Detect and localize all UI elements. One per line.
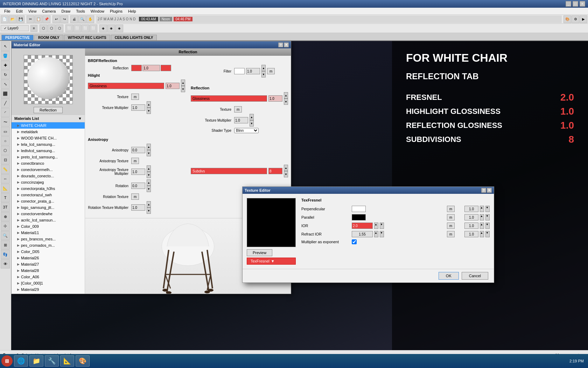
- rot-mult-input[interactable]: [131, 204, 145, 211]
- mat-item-pes-brancos[interactable]: ▶ pes_brancos_mes...: [12, 236, 85, 242]
- tex-ior-num-up[interactable]: ▲: [480, 223, 484, 229]
- tool-circle[interactable]: ○: [1, 136, 10, 145]
- mat-item-color009[interactable]: ▶ Color_009: [12, 223, 85, 230]
- menu-help[interactable]: Help: [125, 8, 139, 14]
- aniso-mult-down[interactable]: ▼: [147, 172, 151, 178]
- tool-look[interactable]: 👁: [1, 259, 10, 268]
- tb-comp-1[interactable]: ⬡: [40, 25, 47, 32]
- window-controls[interactable]: _ □ ✕: [566, 1, 585, 7]
- taskbar-app3[interactable]: 🎨: [76, 355, 90, 367]
- menu-file[interactable]: File: [1, 8, 13, 14]
- tex-refract-m-btn[interactable]: m: [447, 231, 455, 237]
- menu-view[interactable]: View: [26, 8, 40, 14]
- tex-perp-down[interactable]: ▼: [485, 206, 490, 212]
- hilight-mult-down[interactable]: ▼: [147, 108, 151, 114]
- tex-refract-input[interactable]: [352, 231, 373, 237]
- aniso-texture-m-btn[interactable]: m: [131, 158, 139, 164]
- menu-plugins[interactable]: Plugins: [107, 8, 125, 14]
- viewport[interactable]: FOR WHITE CHAIR REFLECTION TAB FRESNEL 2…: [11, 41, 588, 359]
- ok-button[interactable]: OK: [439, 272, 459, 280]
- start-button[interactable]: ⊞: [1, 355, 13, 367]
- tb-view-4[interactable]: ⬜: [90, 25, 97, 32]
- rot-mult-up[interactable]: ▲: [147, 201, 151, 207]
- tab-perspective[interactable]: PERSPECTIVE: [1, 35, 34, 40]
- refl-texture-m-btn[interactable]: m: [234, 106, 242, 113]
- mat-item-conectorverde[interactable]: ▶ conectorverdewhe: [12, 211, 85, 217]
- tb-comp-2[interactable]: ⬡: [48, 25, 55, 32]
- mat-item-pes-crom[interactable]: ▶ pes_cromados_m...: [12, 242, 85, 248]
- mat-editor-help[interactable]: ?: [278, 42, 283, 47]
- close-btn[interactable]: ✕: [580, 1, 585, 7]
- mat-item-concc[interactable]: ▶ conccinzajwg: [12, 179, 85, 185]
- tb-view-3[interactable]: ⬜: [82, 25, 89, 32]
- tool-rotate[interactable]: ↻: [1, 70, 10, 79]
- tool-pan2[interactable]: ☩: [1, 222, 10, 231]
- mat-item-tela[interactable]: ▶ tela_lcd_samsung...: [12, 141, 85, 148]
- tool-dimension[interactable]: ↔: [1, 174, 10, 183]
- tex-ior-up[interactable]: ▲: [374, 223, 378, 229]
- tool-offset[interactable]: ⊡: [1, 155, 10, 164]
- tex-fresnel-btn[interactable]: TexFresnel ▼: [247, 258, 296, 265]
- refl-tex-mult-input[interactable]: [234, 117, 248, 123]
- tex-ior-num[interactable]: [464, 223, 478, 229]
- tool-paint[interactable]: 🪣: [1, 51, 10, 60]
- mat-item-mat11[interactable]: ▶ Material11: [12, 230, 85, 236]
- tool-walk[interactable]: 👣: [1, 250, 10, 259]
- tab-without-rec-lights[interactable]: WITHOUT REC LIGHTS: [64, 35, 110, 40]
- rotation-up[interactable]: ▲: [147, 179, 151, 186]
- tool-tape[interactable]: 📏: [1, 165, 10, 174]
- tb-paste[interactable]: 📌: [43, 15, 50, 23]
- hilight-texture-m-btn[interactable]: m: [131, 94, 139, 100]
- rotation-down[interactable]: ▼: [147, 186, 151, 192]
- mat-item-preto[interactable]: ▶ preto_lcd_samsung...: [12, 154, 85, 160]
- taskbar-ie[interactable]: 🌐: [14, 355, 28, 367]
- mat-item-metaldark[interactable]: ▶ metaldark: [12, 129, 85, 135]
- tool-rect[interactable]: ▭: [1, 127, 10, 136]
- mat-item-mat28[interactable]: ▶ Material28: [12, 267, 85, 274]
- tex-par-down[interactable]: ▼: [485, 214, 490, 220]
- tex-perp-m-btn[interactable]: m: [447, 206, 455, 212]
- mat-item-mat26[interactable]: ▶ Material26: [12, 255, 85, 261]
- refl-mult-up[interactable]: ▲: [250, 114, 254, 120]
- reflection-color-box2[interactable]: [161, 65, 171, 71]
- tex-parallel-color[interactable]: [352, 214, 366, 220]
- mat-item-color000-1[interactable]: ▶ [Color_000]1: [12, 280, 85, 286]
- tool-freehand[interactable]: 〜: [1, 117, 10, 127]
- menu-camera[interactable]: Camera: [39, 8, 58, 14]
- tool-polygon[interactable]: ⬡: [1, 146, 10, 155]
- tb-render-1[interactable]: 🎨: [564, 15, 571, 23]
- tb-comp-3[interactable]: ⬡: [56, 25, 63, 32]
- tex-ior-input[interactable]: [352, 223, 373, 229]
- menu-edit[interactable]: Edit: [13, 8, 26, 14]
- aniso-up[interactable]: ▲: [147, 144, 151, 150]
- mat-item-mat27[interactable]: ▶ Material27: [12, 261, 85, 267]
- taskbar-explorer[interactable]: 📁: [29, 355, 43, 367]
- minimize-btn[interactable]: _: [566, 1, 571, 7]
- mat-item-conector-prata[interactable]: ▶ conector_prata_g...: [12, 198, 85, 204]
- tool-arc[interactable]: ◜: [1, 108, 10, 117]
- tb-snap-1[interactable]: ◈: [99, 25, 107, 32]
- subdivs-up[interactable]: ▲: [284, 165, 288, 171]
- rotation-input[interactable]: [131, 183, 145, 189]
- tex-preview-btn[interactable]: Preview: [247, 249, 272, 256]
- tool-zoom2[interactable]: 🔍: [1, 231, 10, 240]
- tab-ceiling-lights-only[interactable]: CEILING LIGHTS ONLY: [111, 35, 157, 40]
- mat-item-logo[interactable]: ▶ logo_samsung_jtt...: [12, 204, 85, 211]
- tex-multiplier-checkbox[interactable]: [352, 239, 357, 244]
- filter-value-input[interactable]: [246, 68, 260, 74]
- tex-par-up[interactable]: ▲: [480, 214, 484, 220]
- tex-perpendicular-color[interactable]: [352, 206, 366, 212]
- tex-perp-num[interactable]: [464, 206, 478, 212]
- tex-refract-num-down[interactable]: ▼: [485, 231, 490, 237]
- tex-refract-num-up[interactable]: ▲: [480, 231, 484, 237]
- tool-zoom-ext[interactable]: ⊞: [1, 240, 10, 250]
- taskbar-app2[interactable]: 📐: [60, 355, 74, 367]
- tool-line[interactable]: ╱: [1, 98, 10, 108]
- preview-button[interactable]: Reflection: [34, 107, 63, 113]
- tb-undo[interactable]: ↩: [52, 15, 60, 23]
- tex-ior-down[interactable]: ▼: [380, 223, 384, 229]
- menu-window[interactable]: Window: [88, 8, 107, 14]
- mat-item-wood[interactable]: ▶ WOOD WHITE CH...: [12, 135, 85, 141]
- tex-par-m-btn[interactable]: m: [447, 214, 455, 220]
- mat-item-conectorverm[interactable]: ▶ conectorvermelh...: [12, 166, 85, 173]
